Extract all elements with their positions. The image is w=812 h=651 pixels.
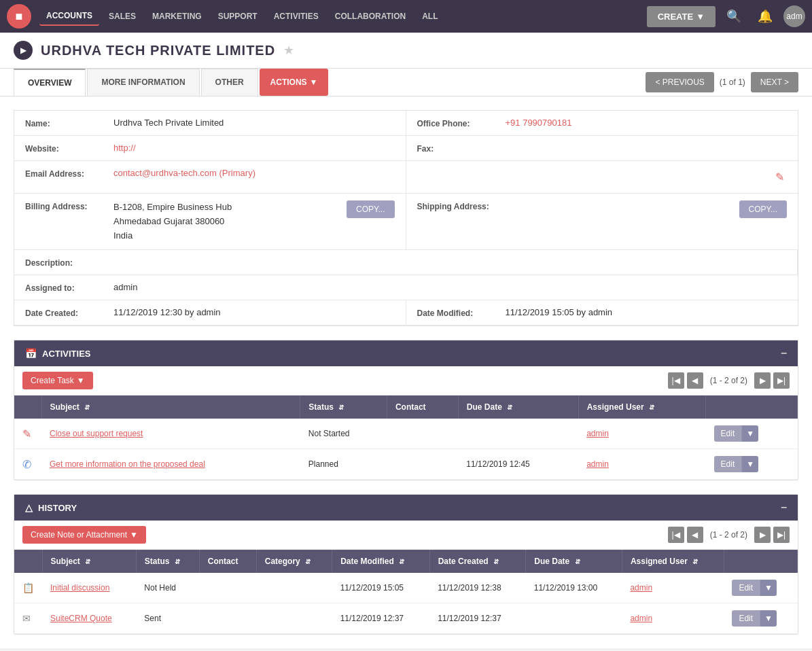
- account-form: Name: Urdhva Tech Private Limited Office…: [14, 110, 798, 326]
- billing-copy-button[interactable]: COPY...: [347, 200, 394, 218]
- history-col-actions: [724, 550, 797, 573]
- history-col-status[interactable]: Status ⇵: [136, 550, 199, 573]
- create-button[interactable]: CREATE ▼: [647, 6, 716, 27]
- activities-row-2-subject: Get more information on the proposed dea…: [41, 449, 300, 480]
- notifications-button[interactable]: 🔔: [752, 6, 778, 27]
- activities-prev-page-button[interactable]: ◀: [687, 372, 703, 389]
- history-date-created-sort-icon: ⇵: [493, 558, 499, 565]
- history-col-subject[interactable]: Subject ⇵: [42, 550, 136, 573]
- history-col-icon: [14, 550, 42, 573]
- activities-row-2-edit-arrow[interactable]: ▼: [741, 456, 758, 472]
- history-col-contact[interactable]: Contact: [199, 550, 256, 573]
- activities-next-page-button[interactable]: ▶: [754, 372, 771, 389]
- activities-last-page-button[interactable]: ▶|: [773, 372, 790, 389]
- activities-row-2-edit-main[interactable]: Edit: [714, 456, 742, 472]
- activities-first-page-button[interactable]: |◀: [668, 372, 684, 389]
- history-col-category[interactable]: Category ⇵: [256, 550, 332, 573]
- activities-table-header: Subject ⇵ Status ⇵ Contact Due Date ⇵: [14, 395, 798, 419]
- create-note-button[interactable]: Create Note or Attachment ▼: [22, 526, 146, 544]
- history-date-modified-sort-icon: ⇵: [399, 558, 404, 565]
- note-icon: 📋: [22, 582, 34, 593]
- activities-row-2-status: Planned: [300, 449, 387, 480]
- date-created-value: 11/12/2019 12:30 by admin: [113, 307, 395, 317]
- date-modified-value: 11/12/2019 15:05 by admin: [506, 307, 788, 317]
- favorite-star-icon[interactable]: ★: [283, 43, 294, 58]
- office-phone-value: +91 7990790181: [506, 118, 788, 128]
- history-row-1-contact: [199, 573, 256, 603]
- user-avatar[interactable]: adm: [783, 5, 805, 27]
- activities-col-subject[interactable]: Subject ⇵: [41, 395, 300, 419]
- tab-overview[interactable]: OVERVIEW: [14, 69, 86, 96]
- history-row-1: 📋 Initial discussion Not Held 11/12/2019…: [14, 573, 798, 603]
- activities-collapse-icon[interactable]: −: [781, 347, 787, 359]
- history-row-1-subject-link[interactable]: Initial discussion: [50, 583, 109, 593]
- history-col-date-modified[interactable]: Date Modified ⇵: [332, 550, 430, 573]
- activities-row-1-assigned-user-link[interactable]: admin: [586, 429, 609, 438]
- history-last-page-button[interactable]: ▶|: [773, 527, 790, 543]
- name-field: Name: Urdhva Tech Private Limited: [14, 111, 406, 136]
- previous-button[interactable]: < PREVIOUS: [646, 72, 713, 92]
- history-row-1-assigned-user: admin: [622, 573, 724, 603]
- history-row-1-edit-arrow[interactable]: ▼: [760, 580, 777, 596]
- activities-col-status[interactable]: Status ⇵: [300, 395, 387, 419]
- history-assigned-user-sort-icon: ⇵: [692, 558, 698, 565]
- nav-item-sales[interactable]: SALES: [102, 7, 143, 25]
- history-row-2-edit-arrow[interactable]: ▼: [760, 610, 777, 627]
- history-collapse-icon[interactable]: −: [781, 502, 787, 514]
- history-row-2-subject-link[interactable]: SuiteCRM Quote: [50, 614, 112, 623]
- activities-table: Subject ⇵ Status ⇵ Contact Due Date ⇵: [14, 395, 798, 480]
- history-prev-page-button[interactable]: ◀: [687, 527, 703, 543]
- shipping-copy-button[interactable]: COPY...: [739, 200, 787, 218]
- history-row-1-assigned-user-link[interactable]: admin: [630, 583, 652, 593]
- activities-row-1-due-date: [458, 419, 578, 449]
- nav-item-marketing[interactable]: MARKETING: [145, 7, 209, 25]
- activities-row-1-icon-cell: ✎: [14, 419, 41, 449]
- email-field: Email Address: contact@urdhva-tech.com (…: [14, 161, 406, 194]
- history-col-assigned-user[interactable]: Assigned User ⇵: [622, 550, 724, 573]
- activities-row-1-subject: Close out support request: [41, 419, 300, 449]
- edit-pencil-icon[interactable]: ✎: [773, 168, 787, 186]
- history-icon: △: [25, 502, 33, 513]
- activities-row-1-subject-link[interactable]: Close out support request: [50, 429, 143, 438]
- activities-row-2-subject-link[interactable]: Get more information on the proposed dea…: [50, 459, 205, 469]
- play-button[interactable]: ▶: [14, 41, 33, 60]
- activities-row-1-edit-arrow[interactable]: ▼: [741, 425, 758, 442]
- history-row-2-edit-main[interactable]: Edit: [732, 610, 760, 627]
- nav-item-accounts[interactable]: ACCOUNTS: [39, 7, 99, 26]
- activities-row-1-edit: Edit ▼: [706, 419, 798, 449]
- shipping-address-label: Shipping Address:: [417, 200, 506, 211]
- history-row-1-subject: Initial discussion: [42, 573, 136, 603]
- history-first-page-button[interactable]: |◀: [668, 527, 684, 543]
- nav-item-collaboration[interactable]: COLLABORATION: [328, 7, 412, 25]
- history-row-2-assigned-user-link[interactable]: admin: [630, 614, 652, 623]
- activities-section-header: 📅 ACTIVITIES −: [14, 340, 798, 366]
- activities-col-due-date[interactable]: Due Date ⇵: [458, 395, 578, 419]
- nav-menu: ACCOUNTS SALES MARKETING SUPPORT ACTIVIT…: [39, 7, 647, 26]
- activities-row-1: ✎ Close out support request Not Started …: [14, 419, 798, 449]
- nav-right-controls: CREATE ▼ 🔍 🔔 adm: [647, 5, 805, 27]
- activities-row-2-assigned-user-link[interactable]: admin: [586, 459, 609, 469]
- history-next-page-button[interactable]: ▶: [754, 527, 771, 543]
- activities-col-contact[interactable]: Contact: [387, 395, 458, 419]
- activities-col-assigned-user[interactable]: Assigned User ⇵: [578, 395, 705, 419]
- email-value[interactable]: contact@urdhva-tech.com (Primary): [113, 168, 395, 178]
- history-row-1-edit-main[interactable]: Edit: [732, 580, 760, 596]
- activities-row-1-contact: [387, 419, 458, 449]
- activities-row-1-edit-main[interactable]: Edit: [714, 425, 742, 442]
- app-logo[interactable]: ■: [7, 4, 31, 29]
- history-col-date-created[interactable]: Date Created ⇵: [429, 550, 526, 573]
- history-row-1-due-date: 11/12/2019 13:00: [526, 573, 622, 603]
- next-button[interactable]: NEXT >: [751, 72, 798, 92]
- tab-more-information[interactable]: MORE INFORMATION: [87, 69, 199, 96]
- nav-item-all[interactable]: ALL: [415, 7, 444, 25]
- nav-item-activities[interactable]: ACTIVITIES: [267, 7, 325, 25]
- website-value[interactable]: http://: [113, 143, 395, 153]
- nav-item-support[interactable]: SUPPORT: [211, 7, 264, 25]
- search-button[interactable]: 🔍: [721, 6, 747, 27]
- tab-other[interactable]: OTHER: [201, 69, 258, 96]
- actions-button[interactable]: ACTIONS ▼: [260, 69, 329, 96]
- history-row-1-edit: Edit ▼: [724, 573, 797, 603]
- history-col-due-date[interactable]: Due Date ⇵: [526, 550, 622, 573]
- record-pagination: < PREVIOUS (1 of 1) NEXT >: [646, 72, 798, 92]
- create-task-button[interactable]: Create Task ▼: [22, 372, 93, 389]
